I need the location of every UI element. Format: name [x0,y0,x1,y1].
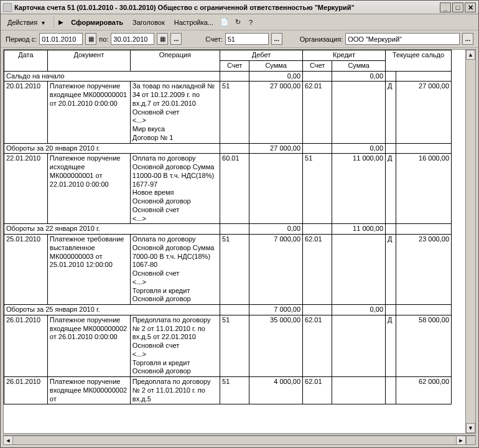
cell-debit-sum: 7 000,00 [249,235,303,305]
header-button[interactable]: Заголовок [128,17,169,28]
filter-bar: Период с: ▦ по: ▦ ... Счет: ... Организа… [1,30,478,48]
table-row: 20.01.2010Платежное поручение входящее М… [4,82,452,143]
col-date: Дата [4,50,48,72]
cell-debit-acc: 51 [220,82,249,143]
table-row: 26.01.2010Платежное поручение входящее М… [4,377,452,404]
opening-balance-row: Сальдо на начало0,000,00 [4,71,452,82]
account-input[interactable] [225,33,269,45]
minimize-button[interactable]: _ [440,2,451,12]
titlebar: Карточка счета 51 (01.01.2010 - 30.01.20… [1,1,478,14]
cell-operation: Оплата по договору Основной договор Сумм… [130,235,220,305]
toolbar: Действия ▾ ▶ Сформировать Заголовок Наст… [1,14,478,30]
subtotal-row: Обороты за 25 января 2010 г.7 000,000,00 [4,305,452,315]
cell-date: 20.01.2010 [4,82,48,143]
subtotal-debit: 7 000,00 [249,305,303,315]
close-button[interactable]: ✕ [465,2,476,12]
cell-debit-sum: 35 000,00 [249,315,303,376]
maximize-button[interactable]: □ [452,2,463,12]
cell-credit-acc: 62.01 [303,377,332,404]
org-label: Организация: [300,35,343,43]
date-from-input[interactable] [39,33,83,45]
cell-debit-sum: 4 000,00 [249,377,303,404]
cell-debit-acc: 51 [220,315,249,376]
opening-credit: 0,00 [332,71,386,82]
cell-operation: За товар по накладной № 34 от 10.12.2009… [130,82,220,143]
period-select-button[interactable]: ... [170,33,182,45]
col-credit-sum: Сумма [332,60,386,71]
horizontal-scrollbar[interactable]: ◄ ► [3,435,476,445]
form-button[interactable]: Сформировать [67,17,128,28]
opening-label: Сальдо на начало [4,71,220,82]
period-label: Период с: [6,35,37,43]
cell-balance-dc: Д [386,82,396,143]
subtotal-label: Обороты за 22 января 2010 г. [4,224,220,235]
subtotal-credit: 11 000,00 [332,224,386,235]
cell-date: 25.01.2010 [4,235,48,305]
cell-balance: 27 000,00 [396,82,451,143]
cell-debit-acc: 51 [220,235,249,305]
table-row: 26.01.2010Платежное поручение входящее М… [4,315,452,376]
col-credit-acc: Счет [303,60,332,71]
tool-icon-2[interactable]: ↻ [231,16,244,29]
col-document: Документ [47,50,130,72]
window-title: Карточка счета 51 (01.01.2010 - 30.01.20… [14,4,439,11]
cell-debit-acc: 51 [220,377,249,404]
cell-credit-acc: 51 [303,154,332,224]
vertical-scrollbar[interactable]: ▲ ▼ [465,50,475,433]
cell-credit-sum [332,315,386,376]
cell-debit-sum: 27 000,00 [249,82,303,143]
col-debit: Дебет [220,50,303,61]
scroll-down-icon[interactable]: ▼ [466,423,475,433]
subtotal-debit: 0,00 [249,224,303,235]
subtotal-debit: 27 000,00 [249,143,303,154]
cell-credit-sum [332,235,386,305]
cell-balance-dc [386,377,396,404]
date-to-picker[interactable]: ▦ [157,33,168,45]
app-icon [3,3,12,12]
cell-debit-acc: 60.01 [220,154,249,224]
date-to-label: по: [99,35,108,43]
date-to-input[interactable] [111,33,154,45]
settings-button[interactable]: Настройка... [170,17,218,28]
col-debit-acc: Счет [220,60,249,71]
scroll-left-icon[interactable]: ◄ [3,436,13,445]
cell-date: 22.01.2010 [4,154,48,224]
cell-operation: Предоплата по договору № 2 от 11.01.2010… [130,315,220,376]
subtotal-row: Обороты за 22 января 2010 г.0,0011 000,0… [4,224,452,235]
cell-credit-acc: 62.01 [303,82,332,143]
subtotal-label: Обороты за 20 января 2010 г. [4,143,220,154]
cell-balance-dc: Д [386,235,396,305]
cell-document: Платежное поручение входящее МК000000001… [47,82,130,143]
cell-document: Платежное поручение входящее МК000000002… [47,377,130,404]
help-icon[interactable]: ? [244,16,257,29]
table-row: 25.01.2010Платежное требование выставлен… [4,235,452,305]
cell-balance-dc: Д [386,315,396,376]
subtotal-credit: 0,00 [332,143,386,154]
cell-date: 26.01.2010 [4,315,48,376]
cell-document: Платежное поручение исходящее МК00000000… [47,154,130,224]
report-grid-scroll[interactable]: Дата Документ Операция Дебет Кредит Теку… [4,50,465,433]
org-select-button[interactable]: ... [462,33,473,45]
col-debit-sum: Сумма [249,60,303,71]
date-from-picker[interactable]: ▦ [85,33,96,45]
org-input[interactable] [345,33,460,45]
cell-document: Платежное требование выставленное МК0000… [47,235,130,305]
col-balance: Текущее сальдо [386,50,452,72]
play-icon: ▶ [58,19,63,26]
table-row: 22.01.2010Платежное поручение исходящее … [4,154,452,224]
tool-icon-1[interactable]: 📄 [218,16,231,29]
cell-debit-sum [249,154,303,224]
scroll-up-icon[interactable]: ▲ [466,50,475,60]
account-select-button[interactable]: ... [271,33,282,45]
subtotal-label: Обороты за 25 января 2010 г. [4,305,220,315]
account-label: Счет: [205,35,222,43]
cell-balance: 62 000,00 [396,377,451,404]
actions-menu[interactable]: Действия ▾ [3,17,52,28]
cell-credit-sum [332,377,386,404]
cell-credit-sum [332,82,386,143]
cell-balance: 23 000,00 [396,235,451,305]
scroll-right-icon[interactable]: ► [456,436,466,445]
subtotal-row: Обороты за 20 января 2010 г.27 000,000,0… [4,143,452,154]
col-operation: Операция [130,50,220,72]
cell-credit-acc: 62.01 [303,315,332,376]
